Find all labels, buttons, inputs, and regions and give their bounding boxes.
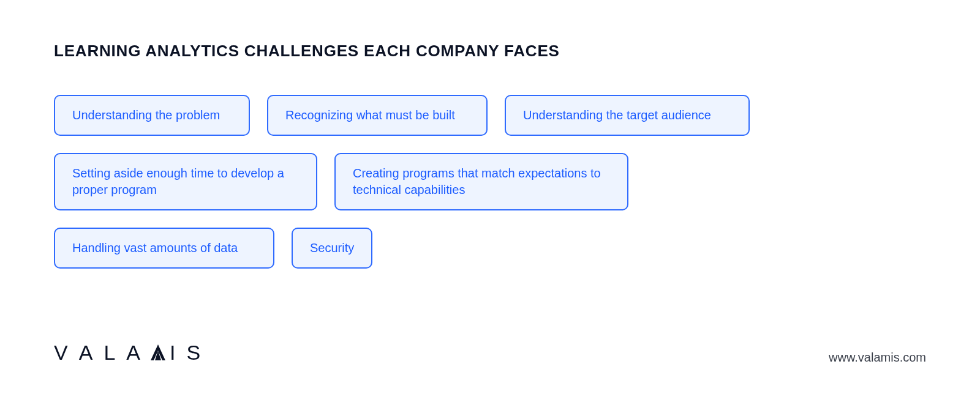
brand-mark-icon [149,343,167,366]
diagram-canvas: LEARNING ANALYTICS CHALLENGES EACH COMPA… [0,0,980,394]
brand-name: VALA IS [54,341,211,365]
challenge-pill: Security [292,228,372,269]
brand-logo: VALA IS [54,341,211,365]
pill-label: Setting aside enough time to develop a p… [72,165,299,198]
challenge-pill: Understanding the target audience [505,95,750,136]
challenge-pill: Understanding the problem [54,95,250,136]
challenge-pill: Recognizing what must be built [267,95,488,136]
pill-label: Handling vast amounts of data [72,240,238,256]
pill-label: Recognizing what must be built [285,107,455,124]
challenge-pill: Setting aside enough time to develop a p… [54,153,317,210]
pill-row: Handling vast amounts of data Security [54,228,926,269]
challenge-pill: Creating programs that match expectation… [334,153,628,210]
pill-row: Understanding the problem Recognizing wh… [54,95,926,136]
page-title: LEARNING ANALYTICS CHALLENGES EACH COMPA… [54,42,926,61]
pill-grid: Understanding the problem Recognizing wh… [54,95,926,269]
pill-label: Security [310,240,354,256]
challenge-pill: Handling vast amounts of data [54,228,274,269]
pill-label: Understanding the problem [72,107,220,124]
footer: VALA IS www.valamis.com [54,341,926,365]
pill-label: Understanding the target audience [523,107,711,124]
pill-row: Setting aside enough time to develop a p… [54,153,926,210]
brand-url: www.valamis.com [829,351,926,365]
pill-label: Creating programs that match expectation… [353,165,610,198]
